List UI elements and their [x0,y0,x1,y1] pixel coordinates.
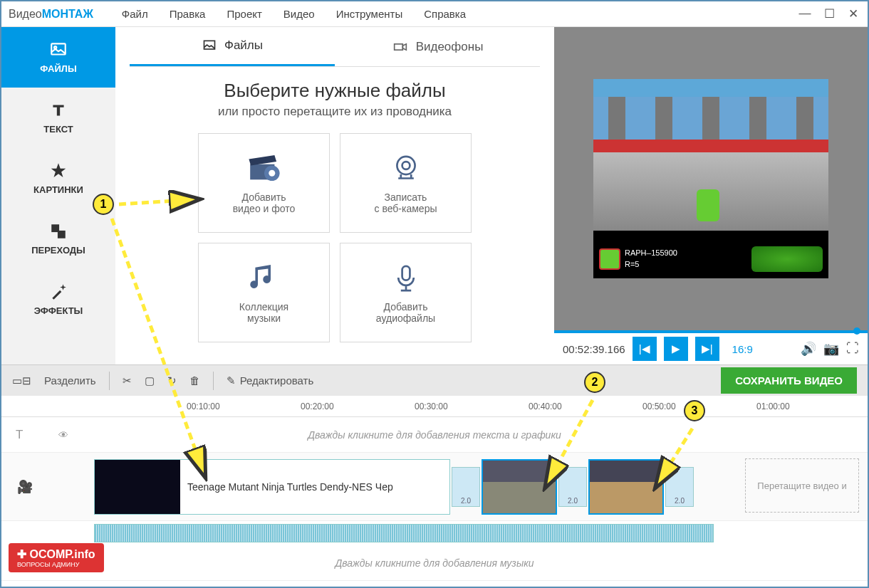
time-ruler[interactable]: 00:10:00 00:20:00 00:30:00 00:40:00 00:5… [1,396,868,417]
menu-tools[interactable]: Инструменты [336,8,403,20]
text-track-hint: Дважды кликните для добавления текста и … [308,429,561,441]
sidebar-item-files[interactable]: ФАЙЛЫ [1,27,115,88]
sidebar-label-files: ФАЙЛЫ [40,63,76,74]
tab-files[interactable]: Файлы [130,27,335,66]
headline: Выберите нужные файлы или просто перетащ… [130,80,540,119]
snapshot-icon[interactable]: 📷 [823,341,839,357]
clip-thumbnail [95,460,180,514]
clapper-icon [245,152,283,186]
sidebar-item-transitions[interactable]: ПЕРЕХОДЫ [1,209,115,269]
music-icon [245,261,283,295]
main-area: ФАЙЛЫ ТЕКСТ КАРТИНКИ ПЕРЕХОДЫ ЭФФЕКТЫ Фа… [1,27,868,364]
tab-videobg[interactable]: Видеофоны [335,27,540,66]
callout-1: 1 [93,194,114,215]
playback-bar: 00:52:39.166 |◀ ▶ ▶| 16:9 🔊 📷 ⛶ [554,330,868,364]
sidebar-label-pictures: КАРТИНКИ [33,184,83,195]
callout-3: 3 [684,400,705,421]
video-preview[interactable]: RAPH—155900R=5 [554,27,868,330]
watermark: ✚ OCOMP.infoВОПРОСЫ АДМИНУ [9,543,104,572]
files-tab-icon [202,38,217,53]
minimize-button[interactable]: — [798,6,812,21]
action-grid: Добавитьвидео и фото Записатьс веб-камер… [130,133,540,342]
svg-point-8 [269,170,275,177]
waveform [94,524,714,542]
webcam-button[interactable]: Записатьс веб-камеры [340,133,472,233]
video-clip-1[interactable]: Teenage Mutant Ninja Turtles Dendy-NES Ч… [94,459,450,515]
transitions-icon [49,222,68,241]
crop-button[interactable]: ▢ [145,374,155,387]
add-video-button[interactable]: Добавитьвидео и фото [198,133,330,233]
next-frame-button[interactable]: ▶| [695,337,719,361]
image-icon [49,41,68,59]
sidebar-label-transitions: ПЕРЕХОДЫ [31,245,85,256]
prev-frame-button[interactable]: |◀ [633,337,657,361]
transition-3[interactable]: 2.0 [665,467,694,507]
menubar: Файл Правка Проект Видео Инструменты Спр… [122,8,466,20]
delete-button[interactable]: 🗑 [189,374,200,387]
split-button[interactable]: Разделить [44,374,96,387]
close-button[interactable]: ✕ [846,6,860,21]
save-video-button[interactable]: СОХРАНИТЬ ВИДЕО [721,367,857,394]
volume-icon[interactable]: 🔊 [801,341,816,357]
menu-project[interactable]: Проект [227,8,261,20]
menu-help[interactable]: Справка [424,8,466,20]
music-collection-button[interactable]: Коллекциямузыки [198,243,330,342]
sidebar-label-text: ТЕКСТ [43,124,73,135]
menu-file[interactable]: Файл [122,8,148,20]
video-clip-3[interactable] [588,459,664,515]
sidebar-item-effects[interactable]: ЭФФЕКТЫ [1,269,115,330]
play-button[interactable]: ▶ [664,337,688,361]
center-tabs: Файлы Видеофоны [130,27,540,67]
webcam-icon [387,152,425,186]
aspect-ratio[interactable]: 16:9 [732,343,753,355]
music-track-hint: Дважды кликните для добавления музыки [335,557,534,569]
camera-tab-icon [392,40,409,54]
svg-point-10 [402,162,410,169]
add-audio-button[interactable]: Добавитьаудиофайлы [340,243,472,342]
playback-time: 00:52:39.166 [563,343,625,355]
transition-2[interactable]: 2.0 [558,467,587,507]
svg-rect-5 [394,43,402,49]
video-clip-2[interactable] [482,459,557,515]
headline-title: Выберите нужные файлы [130,80,540,102]
transition-1[interactable]: 2.0 [452,467,480,507]
video-track[interactable]: 🎥 Teenage Mutant Ninja Turtles Dendy-NES… [1,453,868,521]
audio-waveform-track[interactable] [1,521,868,545]
mic-icon [387,261,425,295]
cut-button[interactable]: ✂ [123,374,132,387]
sidebar-item-text[interactable]: ТЕКСТ [1,88,115,148]
app-logo: ВидеоМОНТАЖ [9,8,93,21]
preview-panel: RAPH—155900R=5 00:52:39.166 |◀ ▶ ▶| 16:9… [554,27,868,364]
svg-rect-11 [402,266,410,280]
drop-zone[interactable]: Перетащите видео и [745,458,859,513]
titlebar: ВидеоМОНТАЖ Файл Правка Проект Видео Инс… [1,1,868,27]
edit-button[interactable]: ✎ Редактировать [227,374,314,387]
visibility-icon[interactable]: 👁 [58,429,68,441]
window-controls: — ☐ ✕ [798,6,860,21]
text-track-icon: T [16,428,37,442]
video-frame: RAPH—155900R=5 [593,79,828,278]
center-panel: Файлы Видеофоны Выберите нужные файлы ил… [115,27,554,364]
svg-point-9 [397,157,415,174]
rotate-button[interactable]: ↻ [167,374,177,387]
timeline: 00:10:00 00:20:00 00:30:00 00:40:00 00:5… [1,396,868,581]
callout-2: 2 [584,372,605,393]
maximize-button[interactable]: ☐ [822,6,836,21]
wand-icon [49,283,68,301]
menu-video[interactable]: Видео [283,8,315,20]
svg-rect-3 [58,231,66,238]
text-icon [49,101,68,120]
clip-title: Teenage Mutant Ninja Turtles Dendy-NES Ч… [180,481,393,493]
zoom-timeline-button[interactable]: ▭⊟ [12,374,31,387]
star-icon [49,162,68,180]
video-track-icon: 🎥 [17,479,33,495]
menu-edit[interactable]: Правка [170,8,206,20]
fullscreen-icon[interactable]: ⛶ [846,341,859,357]
timeline-toolbar: ▭⊟ Разделить ✂ ▢ ↻ 🗑 ✎ Редактировать СОХ… [1,364,868,396]
music-track[interactable]: ♪ Дважды кликните для добавления музыки [1,545,868,581]
headline-sub: или просто перетащите их из проводника [130,105,540,119]
text-track[interactable]: T 👁 Дважды кликните для добавления текст… [1,417,868,453]
sidebar-label-effects: ЭФФЕКТЫ [34,305,83,316]
